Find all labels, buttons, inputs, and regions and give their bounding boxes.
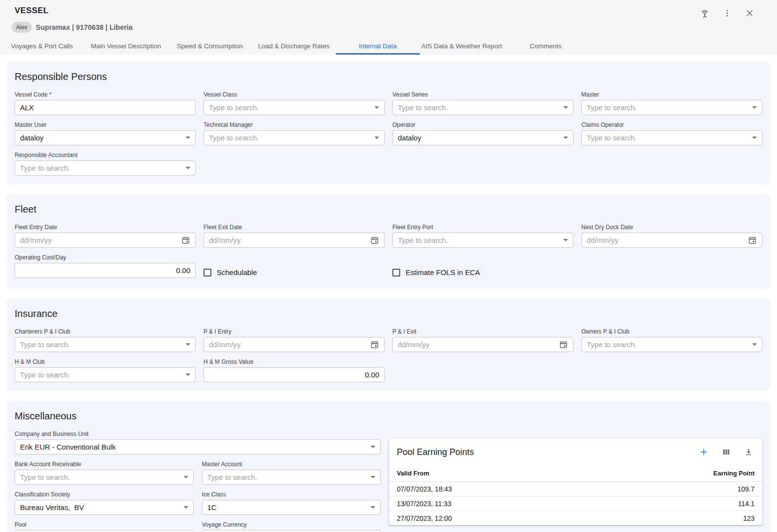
estimate-fols-checkbox-field: Estimate FOLS in ECA — [392, 265, 573, 280]
tab-comments[interactable]: Comments — [504, 39, 588, 55]
tab-load-discharge-rates[interactable]: Load & Discharge Rates — [252, 39, 336, 55]
tab-speed-consumption[interactable]: Speed & Consumption — [168, 39, 252, 55]
charterers-pi-club-input[interactable] — [20, 340, 182, 349]
classification-society-input[interactable] — [20, 503, 180, 512]
operating-cost-day-field[interactable] — [15, 263, 196, 278]
hm-club-input[interactable] — [20, 371, 182, 379]
vessel-series-select[interactable] — [392, 100, 573, 115]
field-label: Ice Class — [202, 491, 381, 498]
vessel-subtitle: Supramax | 9170638 | Liberia — [36, 23, 132, 31]
field-label: Charterers P & I Club — [15, 328, 196, 335]
field-claims-operator: Claims Operator — [581, 121, 762, 145]
hm-gross-value-input[interactable] — [209, 371, 379, 379]
pi-exit-date-field[interactable] — [392, 337, 573, 352]
table-row[interactable]: 13/07/2023, 11:33 114.1 — [389, 496, 762, 511]
vessel-code-input[interactable] — [20, 103, 190, 112]
tab-ais-data-weather-report[interactable]: AIS Data & Weather Report — [420, 39, 504, 55]
field-label: Vessel Code * — [15, 91, 196, 98]
fleet-entry-port-input[interactable] — [398, 236, 559, 244]
kebab-menu-icon[interactable] — [721, 7, 733, 19]
bank-account-receivable-select[interactable] — [15, 470, 194, 485]
add-row-icon[interactable] — [698, 446, 710, 458]
field-ice-class: Ice Class — [202, 491, 381, 515]
claims-operator-input[interactable] — [587, 134, 748, 142]
tab-internal-data[interactable]: Internal Data — [336, 39, 420, 55]
vessel-class-select[interactable] — [204, 100, 385, 115]
calendar-icon[interactable] — [559, 340, 568, 349]
owners-pi-club-select[interactable] — [581, 337, 762, 352]
tab-voyages-port-calls[interactable]: Voyages & Port Calls — [0, 39, 84, 55]
master-user-select[interactable] — [15, 130, 196, 145]
pi-entry-input[interactable] — [209, 340, 366, 349]
fleet-exit-date-field[interactable] — [204, 233, 385, 248]
pi-entry-date-field[interactable] — [204, 337, 385, 352]
company-business-unit-select[interactable] — [15, 439, 381, 454]
next-dry-dock-date-field[interactable] — [581, 233, 762, 248]
company-business-unit-input[interactable] — [20, 443, 367, 451]
field-label: H & M Club — [15, 358, 196, 365]
field-operating-cost-day: Operating Cost/Day — [15, 254, 196, 280]
fleet-entry-date-input[interactable] — [20, 236, 177, 244]
field-label: Master Account — [202, 461, 381, 468]
technical-manager-input[interactable] — [209, 134, 370, 142]
checkbox-label: Schedulable — [217, 268, 257, 276]
field-hm-gross-value: H & M Gross Value — [204, 358, 385, 382]
chevron-down-icon — [185, 167, 190, 169]
master-account-input[interactable] — [207, 473, 367, 481]
chevron-down-icon — [374, 106, 379, 109]
download-icon[interactable] — [743, 446, 755, 458]
operating-cost-day-input[interactable] — [20, 266, 190, 275]
calendar-icon[interactable] — [748, 236, 757, 245]
master-input[interactable] — [587, 103, 748, 112]
valid-from-cell: 07/07/2023, 18:43 — [397, 485, 452, 493]
table-row[interactable]: 07/07/2023, 18:43 109.7 — [389, 481, 762, 496]
field-master-account: Master Account — [202, 461, 381, 485]
ice-class-input[interactable] — [207, 503, 367, 512]
bank-account-receivable-input[interactable] — [20, 473, 180, 481]
voyage-currency-select[interactable] — [202, 530, 381, 532]
table-row[interactable]: 27/07/2023, 12:00 123 — [389, 511, 762, 525]
operator-select[interactable] — [392, 130, 573, 145]
antenna-icon[interactable] — [699, 7, 711, 19]
column-header-valid-from[interactable]: Valid From — [397, 470, 429, 477]
chevron-down-icon — [185, 374, 190, 376]
master-select[interactable] — [581, 100, 762, 115]
vessel-series-input[interactable] — [398, 103, 559, 112]
technical-manager-select[interactable] — [204, 130, 385, 145]
master-account-select[interactable] — [202, 470, 381, 485]
operator-input[interactable] — [398, 134, 559, 142]
schedulable-checkbox[interactable] — [204, 269, 211, 276]
calendar-icon[interactable] — [370, 236, 379, 245]
close-icon[interactable] — [744, 7, 756, 19]
classification-society-select[interactable] — [15, 500, 194, 515]
field-label: Responsible Accountant — [15, 152, 196, 158]
pi-exit-input[interactable] — [398, 340, 555, 349]
tab-main-vessel-description[interactable]: Main Vessel Description — [84, 39, 168, 55]
calendar-icon[interactable] — [370, 340, 379, 349]
vessel-code-field[interactable] — [15, 100, 196, 115]
hm-gross-value-field[interactable] — [204, 367, 385, 382]
earning-point-cell: 114.1 — [738, 500, 755, 508]
next-dry-dock-date-input[interactable] — [587, 236, 744, 244]
hm-club-select[interactable] — [15, 367, 196, 382]
panel-actions — [698, 446, 755, 458]
field-label: Fleet Entry Date — [15, 224, 196, 231]
columns-icon[interactable] — [720, 446, 732, 458]
responsible-accountant-input[interactable] — [20, 164, 182, 172]
pool-select[interactable] — [15, 530, 194, 532]
field-label: Fleet Exit Date — [204, 224, 385, 231]
responsible-accountant-select[interactable] — [15, 160, 196, 176]
charterers-pi-club-select[interactable] — [15, 337, 196, 352]
vessel-class-input[interactable] — [209, 103, 370, 112]
claims-operator-select[interactable] — [581, 130, 762, 145]
estimate-fols-checkbox[interactable] — [392, 269, 400, 276]
master-user-input[interactable] — [20, 134, 182, 142]
ice-class-select[interactable] — [202, 500, 381, 515]
fleet-exit-date-input[interactable] — [209, 236, 366, 244]
fleet-entry-date-field[interactable] — [15, 233, 196, 248]
column-header-earning-point[interactable]: Earning Point — [714, 470, 755, 477]
field-label: Operator — [392, 121, 573, 128]
calendar-icon[interactable] — [181, 236, 190, 245]
owners-pi-club-input[interactable] — [587, 340, 748, 349]
fleet-entry-port-select[interactable] — [392, 233, 573, 248]
